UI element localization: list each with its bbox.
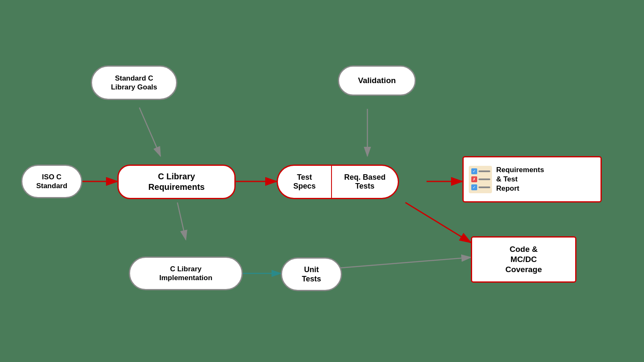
- svg-line-4: [139, 108, 160, 156]
- standard-c-library-goals-node: Standard C Library Goals: [91, 65, 177, 100]
- c-library-requirements-node: C Library Requirements: [117, 165, 236, 199]
- unit-tests-node: Unit Tests: [281, 257, 342, 291]
- validation-node: Validation: [338, 65, 416, 96]
- diagram-container: ISO C Standard Standard C Library Goals …: [0, 0, 644, 362]
- req-based-tests-inner: Req. Based Tests: [332, 165, 399, 199]
- requirements-test-report-node: ✓ ✗ ✓ Requirements & Test Report: [462, 156, 602, 203]
- code-mcdc-coverage-node: Code & MC/DC Coverage: [471, 236, 576, 283]
- test-specs-req-based-tests-node: Test Specs Req. Based Tests: [277, 165, 399, 199]
- svg-line-11: [340, 257, 471, 268]
- test-specs-inner: Test Specs: [277, 165, 332, 199]
- c-library-implementation-node: C Library Implementation: [129, 257, 243, 290]
- svg-line-5: [177, 203, 186, 240]
- report-icon: ✓ ✗ ✓: [469, 166, 492, 193]
- iso-c-standard-node: ISO C Standard: [21, 165, 82, 198]
- requirements-test-report-label: Requirements & Test Report: [496, 165, 544, 193]
- svg-line-10: [405, 203, 471, 243]
